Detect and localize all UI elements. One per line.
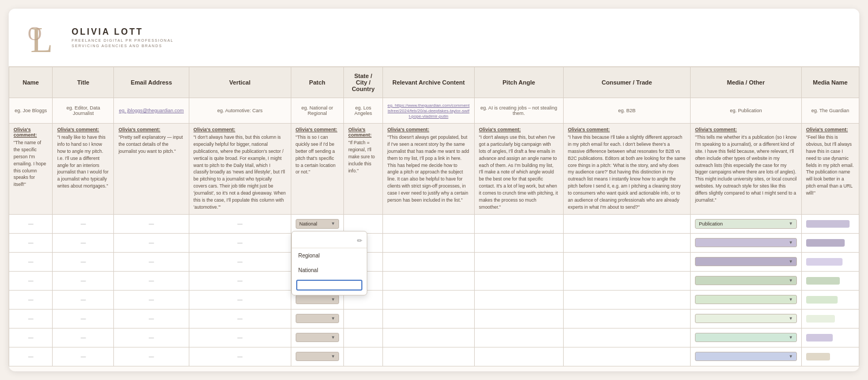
data-media-name-2 [801, 233, 859, 252]
data-title-3: — [53, 252, 114, 271]
comment-label-archive: Olivia's comment: [387, 127, 470, 132]
patch-arrow-8: ▼ [331, 354, 335, 359]
example-pitch: eg. AI is creating jobs – not stealing t… [474, 98, 563, 124]
data-pitch-1 [474, 214, 563, 233]
data-vertical-6: — [189, 309, 291, 328]
example-title: eg. Editor, Data Journalist [53, 98, 114, 124]
popup-option-regional[interactable]: Regional [292, 248, 367, 263]
data-pitch-6 [474, 309, 563, 328]
media-other-arrow-4: ▼ [789, 278, 793, 283]
data-name-7: — [9, 328, 53, 347]
example-archive: eg. https://www.theguardian.com/commenti… [383, 98, 475, 124]
example-media-other: eg. Publication [691, 98, 802, 124]
media-other-dropdown-8[interactable]: ▼ [695, 352, 797, 361]
data-row-8: — — — — ▼ [9, 347, 859, 366]
comment-email-cell: Olivia's comment: "Pretty self explanato… [114, 124, 189, 215]
comment-label-vertical: Olivia's comment: [194, 127, 286, 132]
logo-text: OLIVIA LOTT FREELANCE DIGITAL PR PROFESS… [72, 27, 174, 48]
media-other-arrow-6: ▼ [789, 316, 793, 321]
patch-dropdown-5[interactable]: ▼ [296, 295, 339, 304]
data-email-4: — [114, 271, 189, 290]
data-vertical-7: — [189, 328, 291, 347]
col-consumer: Consumer / Trade [563, 67, 690, 98]
data-media-other-5[interactable]: ▼ [691, 290, 802, 309]
data-pitch-4 [474, 271, 563, 290]
dropdown-popup[interactable]: ✏ Regional National [291, 231, 367, 295]
data-media-name-1 [801, 214, 859, 233]
data-media-other-3[interactable]: ▼ [691, 252, 802, 271]
popup-option-national[interactable]: National [292, 263, 367, 278]
data-name-3: — [9, 252, 53, 271]
comment-title-cell: Olivia's comment: "I really like to have… [53, 124, 114, 215]
data-archive-6 [383, 309, 475, 328]
data-media-other-2[interactable]: ▼ [691, 233, 802, 252]
patch-dropdown-7[interactable]: ▼ [296, 333, 339, 342]
data-title-4: — [53, 271, 114, 290]
example-row: eg. Joe Bloggs eg. Editor, Data Journali… [9, 98, 859, 124]
data-consumer-8 [563, 347, 690, 366]
media-name-bar-5 [806, 296, 838, 304]
media-other-dropdown-2[interactable]: ▼ [695, 238, 797, 247]
comment-label-patch: Olivia's comment: [296, 127, 339, 132]
data-consumer-4 [563, 271, 690, 290]
logo-name: OLIVIA LOTT [72, 27, 174, 37]
media-other-arrow-5: ▼ [789, 297, 793, 302]
media-other-dropdown-7[interactable]: ▼ [695, 333, 797, 342]
example-email-link[interactable]: eg. jbloggs@theguardian.com [119, 108, 184, 113]
media-other-dropdown-1[interactable]: Publication ▼ [695, 219, 797, 229]
media-other-arrow-1: ▼ [789, 221, 793, 226]
patch-dropdown-1[interactable]: National ▼ [296, 219, 339, 229]
data-media-other-7[interactable]: ▼ [691, 328, 802, 347]
media-other-arrow-3: ▼ [789, 259, 793, 264]
data-archive-5 [383, 290, 475, 309]
edit-icon[interactable]: ✏ [357, 237, 362, 244]
data-media-other-6[interactable]: ▼ [691, 309, 802, 328]
media-name-bar-3 [806, 258, 843, 266]
col-state: State / City / Country [343, 67, 382, 98]
media-name-bar-6 [806, 315, 835, 323]
data-row-7: — — — — ▼ [9, 328, 859, 347]
data-row-6: — — — — ▼ [9, 309, 859, 328]
example-name: eg. Joe Bloggs [9, 98, 53, 124]
data-patch-1[interactable]: National ▼ ✏ Regional National [291, 214, 343, 233]
data-patch-7[interactable]: ▼ [291, 328, 343, 347]
data-email-5: — [114, 290, 189, 309]
data-email-6: — [114, 309, 189, 328]
data-media-name-5 [801, 290, 859, 309]
media-name-bar-2 [806, 239, 845, 247]
data-vertical-8: — [189, 347, 291, 366]
data-title-6: — [53, 309, 114, 328]
data-patch-8[interactable]: ▼ [291, 347, 343, 366]
data-consumer-3 [563, 252, 690, 271]
data-vertical-4: — [189, 271, 291, 290]
data-media-other-1[interactable]: Publication ▼ [691, 214, 802, 233]
example-archive-link[interactable]: eg. https://www.theguardian.com/commenti… [387, 103, 469, 119]
patch-value-1: National [299, 221, 317, 227]
patch-dropdown-8[interactable]: ▼ [296, 352, 339, 361]
patch-dropdown-6[interactable]: ▼ [296, 314, 339, 323]
popup-new-item-input[interactable] [296, 280, 362, 291]
patch-arrow-7: ▼ [331, 335, 335, 340]
media-other-arrow-2: ▼ [789, 240, 793, 245]
patch-arrow-5: ▼ [331, 297, 335, 302]
media-other-arrow-8: ▼ [789, 354, 793, 359]
data-title-7: — [53, 328, 114, 347]
example-consumer: eg. B2B [563, 98, 690, 124]
comment-state-cell: Olivia's comment: "If Patch = regional, … [343, 124, 382, 215]
table-container: Name Title Email Address Vertical Patch … [9, 67, 859, 366]
col-pitch: Pitch Angle [474, 67, 563, 98]
col-archive: Relevant Archive Content [383, 67, 475, 98]
data-patch-6[interactable]: ▼ [291, 309, 343, 328]
data-row-3: — — — — ▼ [9, 252, 859, 271]
media-other-dropdown-4[interactable]: ▼ [695, 276, 797, 285]
comment-text-name: "The name of the specific person I'm ema… [14, 140, 46, 187]
media-other-dropdown-3[interactable]: ▼ [695, 257, 797, 266]
media-other-dropdown-6[interactable]: ▼ [695, 314, 797, 323]
media-other-dropdown-5[interactable]: ▼ [695, 295, 797, 304]
col-vertical: Vertical [189, 67, 291, 98]
data-consumer-2 [563, 233, 690, 252]
data-archive-2 [383, 233, 475, 252]
data-media-other-4[interactable]: ▼ [691, 271, 802, 290]
col-name: Name [9, 67, 53, 98]
data-media-other-8[interactable]: ▼ [691, 347, 802, 366]
